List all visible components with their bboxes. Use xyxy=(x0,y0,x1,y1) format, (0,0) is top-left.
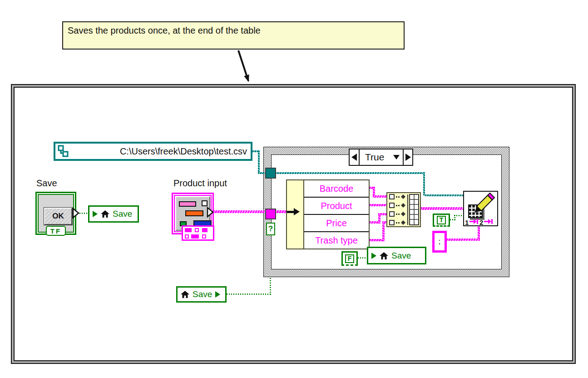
file-path-constant[interactable]: C:\Users\freek\Desktop\test.csv xyxy=(54,142,252,161)
index-2: 2 xyxy=(479,219,483,225)
unbundle-field-product[interactable]: Product xyxy=(304,197,369,214)
semicolon-constant[interactable]: ; xyxy=(432,231,447,253)
path-icon xyxy=(58,145,69,158)
unbundle-field-barcode[interactable]: Barcode xyxy=(304,180,369,197)
case-selector-wire[interactable] xyxy=(227,293,271,295)
table-pencil-icon: 1 2 xyxy=(464,192,497,225)
write-delimited-file-node[interactable]: 1 2 xyxy=(463,191,498,226)
cluster-input-arrow-icon xyxy=(287,208,300,216)
delimiter-wire[interactable] xyxy=(447,239,480,241)
tf-type-label: TF xyxy=(46,226,66,236)
path-wire[interactable] xyxy=(275,172,425,174)
comment-arrow xyxy=(229,49,257,87)
house-icon xyxy=(101,210,109,218)
comment-text: Saves the products once, at the end of t… xyxy=(68,25,261,35)
file-path-value[interactable]: C:\Users\freek\Desktop\test.csv xyxy=(69,146,251,157)
path-wire[interactable] xyxy=(425,194,464,196)
local-variable-label: Save xyxy=(391,251,411,261)
chevron-right-icon xyxy=(405,154,411,161)
true-constant[interactable]: T xyxy=(433,214,450,227)
case-selector-wire[interactable] xyxy=(270,277,271,295)
build-array-icon xyxy=(387,193,420,226)
save-local-variable-write[interactable]: Save xyxy=(88,205,139,223)
chevron-left-icon xyxy=(351,154,357,161)
local-variable-label: Save xyxy=(113,209,132,219)
build-array-node[interactable] xyxy=(386,192,421,227)
read-arrow-icon xyxy=(215,291,220,298)
index-arrow-icon xyxy=(484,219,493,224)
product-input-label: Product input xyxy=(173,178,227,189)
index-1: 1 xyxy=(465,219,469,225)
delimiter-value: ; xyxy=(439,238,440,246)
cluster-type-glyph xyxy=(182,225,214,241)
cluster-tunnel[interactable] xyxy=(265,209,276,219)
unbundle-field-trash-type[interactable]: Trash type xyxy=(304,231,369,249)
cluster-wire[interactable] xyxy=(213,210,266,213)
write-arrow-icon xyxy=(371,253,376,259)
output-terminal-arrow-icon xyxy=(72,208,80,219)
case-selector[interactable]: True xyxy=(349,149,413,166)
path-wire[interactable] xyxy=(423,172,425,195)
block-diagram: Saves the products once, at the end of t… xyxy=(0,0,588,378)
save-local-variable-write-case[interactable]: Save xyxy=(367,247,426,264)
string-wire-trash-type[interactable] xyxy=(382,221,385,241)
string-wire-barcode[interactable] xyxy=(373,195,386,198)
ok-button-glyph: OK xyxy=(44,208,72,225)
boolean-wire[interactable] xyxy=(79,213,88,214)
house-icon xyxy=(380,252,388,259)
boolean-wire-false[interactable] xyxy=(358,257,367,259)
string-wire-product[interactable] xyxy=(370,204,386,206)
save-local-variable-read[interactable]: Save xyxy=(176,286,227,303)
case-selector-label[interactable]: True xyxy=(365,152,384,163)
string-wire-trash-type[interactable] xyxy=(382,221,386,224)
house-icon xyxy=(181,291,189,298)
comment-box[interactable]: Saves the products once, at the end of t… xyxy=(62,21,405,50)
save-control-label: Save xyxy=(36,178,57,189)
path-wire[interactable] xyxy=(258,150,260,174)
previous-case-button[interactable] xyxy=(350,149,359,165)
string-wire-price[interactable] xyxy=(378,213,386,215)
path-tunnel[interactable] xyxy=(265,168,276,179)
unbundle-field-price[interactable]: Price xyxy=(304,214,369,231)
local-variable-label: Save xyxy=(193,289,212,299)
output-terminal-arrow-icon xyxy=(207,207,214,218)
false-constant-label: F xyxy=(345,254,355,263)
dropdown-arrow-icon[interactable] xyxy=(393,155,400,159)
write-arrow-icon xyxy=(93,211,98,217)
next-case-button[interactable] xyxy=(404,149,412,165)
array-wire[interactable] xyxy=(421,207,463,210)
boolean-wire-true[interactable] xyxy=(454,215,463,216)
case-selector-terminal[interactable]: ? xyxy=(266,223,275,235)
false-constant[interactable]: F xyxy=(341,251,358,266)
true-constant-label: T xyxy=(437,216,446,224)
